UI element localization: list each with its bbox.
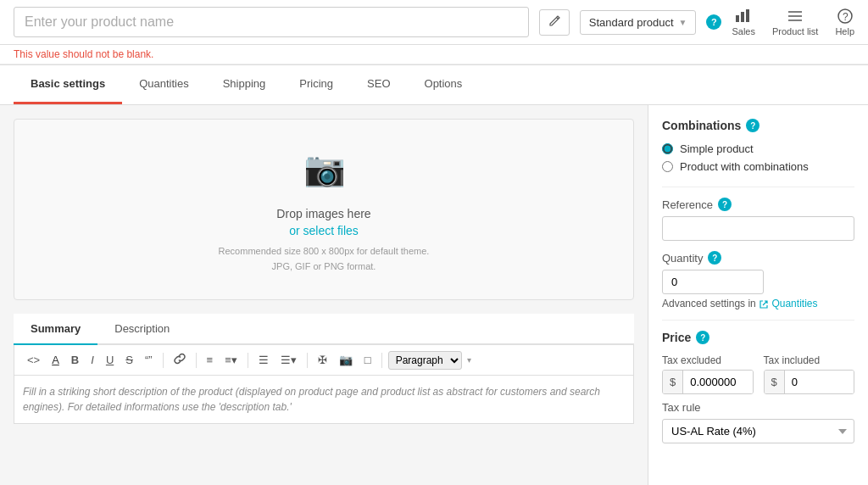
toolbar-list-dropdown-btn[interactable]: ☰▾ xyxy=(276,351,301,369)
list-icon xyxy=(787,8,804,25)
tax-included-input[interactable] xyxy=(785,371,854,393)
drop-text: Drop images here xyxy=(276,207,370,220)
tab-options[interactable]: Options xyxy=(408,65,480,104)
tax-excluded-label: Tax excluded xyxy=(662,354,754,366)
divider-1 xyxy=(662,187,854,187)
sub-tab-description[interactable]: Description xyxy=(97,314,186,345)
product-type-label: Standard product xyxy=(589,16,674,29)
reference-input[interactable] xyxy=(662,216,854,241)
pencil-icon xyxy=(548,15,560,27)
toolbar-sep-5 xyxy=(381,353,382,368)
toolbar-font-color-btn[interactable]: A xyxy=(47,351,64,369)
product-type-help-badge[interactable]: ? xyxy=(706,14,721,30)
tax-rule-label: Tax rule xyxy=(662,401,854,414)
toolbar-image-btn[interactable]: 📷 xyxy=(335,351,357,369)
toolbar-table-btn[interactable]: ✠ xyxy=(314,351,331,369)
error-message: This value should not be blank. xyxy=(0,45,868,64)
product-list-label: Product list xyxy=(772,26,818,36)
tax-excluded-input[interactable] xyxy=(683,371,752,393)
svg-text:📷: 📷 xyxy=(303,148,346,187)
toolbar-sep-2 xyxy=(196,353,197,368)
tax-included-input-wrap: $ xyxy=(764,370,855,394)
toolbar-align-btn[interactable]: ≡ xyxy=(203,351,218,369)
dropdown-arrow-icon: ▼ xyxy=(679,18,687,27)
right-panel: Combinations ? Simple product Product wi… xyxy=(648,105,868,485)
toolbar-align-dropdown-btn[interactable]: ≡▾ xyxy=(220,351,242,369)
editor-placeholder-text: Fill in a striking short description of … xyxy=(23,386,600,413)
help-nav-item[interactable]: ? Help xyxy=(835,8,854,36)
toolbar-bold-btn[interactable]: B xyxy=(67,351,83,369)
tabs-bar: Basic settings Quantities Shipping Prici… xyxy=(0,65,868,105)
camera-icon: 📷 xyxy=(300,145,348,197)
toolbar-embed-btn[interactable]: □ xyxy=(360,351,376,369)
edit-name-button[interactable] xyxy=(539,9,570,36)
advanced-settings-link: Advanced settings in Quantities xyxy=(662,298,854,309)
svg-rect-2 xyxy=(746,9,749,22)
product-type-dropdown[interactable]: Standard product ▼ xyxy=(580,10,697,35)
toolbar-sep-1 xyxy=(163,353,164,368)
tax-excluded-input-wrap: $ xyxy=(662,370,754,394)
quantity-info-badge[interactable]: ? xyxy=(708,251,721,265)
divider-2 xyxy=(662,320,854,321)
combinations-radio-group: Simple product Product with combinations xyxy=(662,142,854,173)
editor-toolbar: <> A B I U S “” ≡ ≡▾ ☰ ☰▾ ✠ 📷 □ xyxy=(14,345,634,376)
left-panel: 📷 Drop images here or select files Recom… xyxy=(0,105,648,485)
price-section-title: Price ? xyxy=(662,331,854,344)
external-link-icon xyxy=(759,299,769,309)
toolbar-list-btn[interactable]: ☰ xyxy=(254,351,273,369)
toolbar-sep-4 xyxy=(307,353,308,368)
tax-included-col: Tax included $ xyxy=(764,354,855,394)
top-bar: Standard product ▼ ? Sales Product list … xyxy=(0,0,868,45)
toolbar-underline-btn[interactable]: U xyxy=(102,351,118,369)
select-files-link[interactable]: or select files xyxy=(289,224,359,237)
sales-label: Sales xyxy=(732,26,755,36)
tax-excluded-prefix: $ xyxy=(663,371,683,393)
tax-excluded-col: Tax excluded $ xyxy=(662,354,754,394)
price-section: Tax excluded $ Tax included $ Tax rule U… xyxy=(662,354,854,443)
toolbar-strikethrough-btn[interactable]: S xyxy=(121,351,137,369)
tax-included-prefix: $ xyxy=(765,371,785,393)
tab-pricing[interactable]: Pricing xyxy=(282,65,350,104)
rec-size-text: Recommended size 800 x 800px for default… xyxy=(219,244,430,274)
product-with-combinations-radio[interactable]: Product with combinations xyxy=(662,160,854,173)
toolbar-quote-btn[interactable]: “” xyxy=(141,351,157,369)
svg-text:?: ? xyxy=(843,11,849,23)
toolbar-italic-btn[interactable]: I xyxy=(86,351,98,369)
toolbar-code-btn[interactable]: <> xyxy=(23,351,44,369)
tab-seo[interactable]: SEO xyxy=(350,65,407,104)
combinations-section-title: Combinations ? xyxy=(662,119,854,132)
combinations-info-badge[interactable]: ? xyxy=(746,119,760,132)
quantity-input[interactable] xyxy=(662,270,764,294)
paragraph-dropdown-icon: ▾ xyxy=(467,355,471,365)
product-name-input[interactable] xyxy=(14,7,529,37)
tax-included-label: Tax included xyxy=(764,354,855,366)
help-circle-icon: ? xyxy=(837,8,854,25)
simple-product-radio[interactable]: Simple product xyxy=(662,142,854,155)
price-row: Tax excluded $ Tax included $ xyxy=(662,354,854,394)
paragraph-select[interactable]: Paragraph xyxy=(388,351,462,370)
tab-quantities[interactable]: Quantities xyxy=(122,65,206,104)
tab-shipping[interactable]: Shipping xyxy=(206,65,283,104)
main-content: 📷 Drop images here or select files Recom… xyxy=(0,105,868,485)
quantity-label: Quantity ? xyxy=(662,251,854,265)
image-upload-area[interactable]: 📷 Drop images here or select files Recom… xyxy=(14,119,634,300)
sub-tabs: Summary Description xyxy=(14,314,634,345)
bar-chart-icon xyxy=(735,8,752,25)
svg-rect-0 xyxy=(736,15,739,22)
link-icon xyxy=(174,353,186,365)
tax-rule-select[interactable]: US-AL Rate (4%) US-AK Rate (0%) US-CA Ra… xyxy=(662,419,854,443)
help-label: Help xyxy=(835,26,854,36)
sub-tab-summary[interactable]: Summary xyxy=(14,314,97,345)
price-info-badge[interactable]: ? xyxy=(696,331,709,344)
product-list-nav-item[interactable]: Product list xyxy=(772,8,818,36)
tab-basic-settings[interactable]: Basic settings xyxy=(14,65,122,104)
reference-label: Reference ? xyxy=(662,198,854,211)
toolbar-sep-3 xyxy=(248,353,248,368)
sales-nav-item[interactable]: Sales xyxy=(732,8,755,36)
quantities-link[interactable]: Quantities xyxy=(759,298,817,309)
toolbar-link-btn[interactable] xyxy=(170,350,190,370)
top-nav-actions: Sales Product list ? Help xyxy=(732,8,854,36)
reference-info-badge[interactable]: ? xyxy=(718,198,732,211)
svg-rect-1 xyxy=(741,12,744,22)
editor-area[interactable]: Fill in a striking short description of … xyxy=(14,376,634,424)
